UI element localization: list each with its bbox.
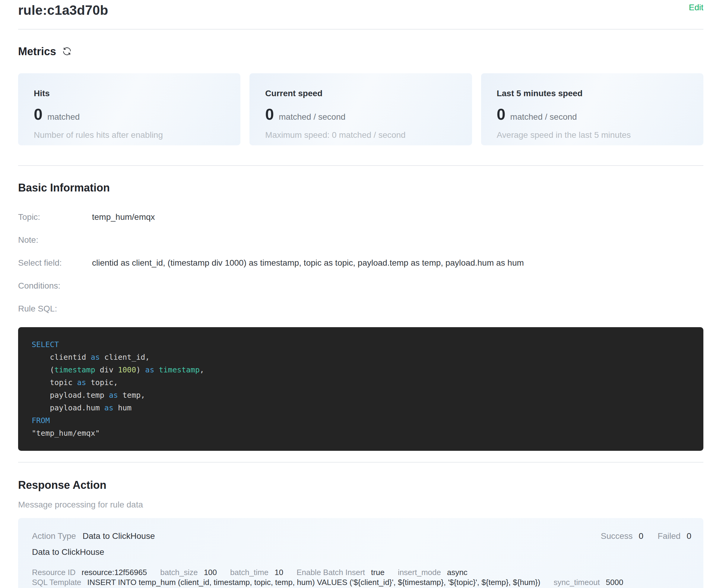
info-row-conditions: Conditions: xyxy=(18,281,703,291)
action-counters: Success 0 Failed 0 xyxy=(601,531,691,541)
action-type-value: Data to ClickHouse xyxy=(82,531,155,541)
attr-label: insert_mode xyxy=(398,567,441,578)
info-label: Conditions: xyxy=(18,281,92,291)
refresh-icon xyxy=(62,46,72,57)
action-card: Action Type Data to ClickHouse Success 0… xyxy=(18,518,703,588)
metric-description: Average speed in the last 5 minutes xyxy=(497,130,688,140)
action-attributes: Resource ID resource:12f56965 batch_size… xyxy=(32,567,691,587)
metric-description: Number of rules hits after enabling xyxy=(34,130,225,140)
metric-unit: matched / second xyxy=(510,112,577,122)
info-row-select-field: Select field: clientid as client_id, (ti… xyxy=(18,258,703,268)
metric-unit: matched / second xyxy=(279,112,345,122)
attr-batch-size: batch_size 100 xyxy=(160,567,217,578)
failed-label: Failed xyxy=(658,531,680,541)
metrics-cards: Hits 0 matched Number of rules hits afte… xyxy=(18,73,703,145)
attr-sync-timeout: sync_timeout 5000 xyxy=(553,578,623,587)
sql-line: FROM xyxy=(32,414,690,427)
info-value xyxy=(92,304,703,314)
info-row-rule-sql: Rule SQL: xyxy=(18,304,703,314)
rule-sql-code: SELECT clientid as client_id, (timestamp… xyxy=(32,338,690,440)
metrics-heading-row: Metrics xyxy=(18,45,703,59)
attr-value: INSERT INTO temp_hum (client_id, timesta… xyxy=(87,578,540,587)
metric-value: 0 xyxy=(497,106,506,122)
attr-value: true xyxy=(371,567,384,578)
attr-label: batch_time xyxy=(230,567,268,578)
sql-line: SELECT xyxy=(32,338,690,351)
metric-card-last-5-minutes-speed: Last 5 minutes speed 0 matched / second … xyxy=(481,73,703,145)
info-label: Topic: xyxy=(18,212,92,222)
attr-enable-batch-insert: Enable Batch Insert true xyxy=(297,567,384,578)
info-label: Note: xyxy=(18,235,92,245)
edit-link[interactable]: Edit xyxy=(689,2,703,13)
attr-resource-id: Resource ID resource:12f56965 xyxy=(32,567,147,578)
sql-line: payload.temp as temp, xyxy=(32,389,690,402)
sql-line: payload.hum as hum xyxy=(32,402,690,414)
info-label: Rule SQL: xyxy=(18,304,92,314)
metric-card-hits: Hits 0 matched Number of rules hits afte… xyxy=(18,73,240,145)
action-type-label: Action Type xyxy=(32,531,76,541)
sql-line: "temp_hum/emqx" xyxy=(32,427,690,440)
divider xyxy=(18,165,703,166)
metric-value: 0 xyxy=(265,106,274,122)
sql-line: clientid as client_id, xyxy=(32,351,690,364)
metric-card-current-speed: Current speed 0 matched / second Maximum… xyxy=(249,73,472,145)
metric-title: Last 5 minutes speed xyxy=(497,88,688,99)
info-label: Select field: xyxy=(18,258,92,268)
info-row-note: Note: xyxy=(18,235,703,245)
attr-insert-mode: insert_mode async xyxy=(398,567,468,578)
metric-description: Maximum speed: 0 matched / second xyxy=(265,130,456,140)
attr-value: 100 xyxy=(204,567,217,578)
attr-value: resource:12f56965 xyxy=(82,567,147,578)
info-row-topic: Topic: temp_hum/emqx xyxy=(18,212,703,222)
failed-value: 0 xyxy=(686,531,691,541)
attr-label: Resource ID xyxy=(32,567,76,578)
divider xyxy=(18,29,703,30)
attr-value: async xyxy=(447,567,468,578)
sql-line: (timestamp div 1000) as timestamp, xyxy=(32,364,690,376)
attr-label: Enable Batch Insert xyxy=(297,567,365,578)
info-value xyxy=(92,281,703,291)
metric-unit: matched xyxy=(47,112,80,122)
action-name: Data to ClickHouse xyxy=(32,547,691,557)
metric-value: 0 xyxy=(34,106,42,122)
success-label: Success xyxy=(601,531,633,541)
metric-title: Current speed xyxy=(265,88,456,99)
refresh-metrics-button[interactable] xyxy=(62,46,72,57)
basic-information-rows: Topic: temp_hum/emqx Note: Select field:… xyxy=(18,212,703,314)
response-action-subtext: Message processing for rule data xyxy=(18,499,703,510)
success-value: 0 xyxy=(639,531,644,541)
metric-title: Hits xyxy=(34,88,225,99)
attr-sql-template: SQL Template INSERT INTO temp_hum (clien… xyxy=(32,578,540,587)
attr-batch-time: batch_time 10 xyxy=(230,567,283,578)
attr-label: batch_size xyxy=(160,567,198,578)
attr-label: SQL Template xyxy=(32,578,81,587)
divider xyxy=(18,462,703,462)
page-title: rule:c1a3d70b xyxy=(18,2,108,19)
info-value xyxy=(92,235,703,245)
basic-information-heading: Basic Information xyxy=(18,181,703,195)
info-value: temp_hum/emqx xyxy=(92,212,703,222)
info-value: clientid as client_id, (timestamp div 10… xyxy=(92,258,703,268)
attr-label: sync_timeout xyxy=(553,578,600,587)
attr-value: 10 xyxy=(274,567,283,578)
sql-line: topic as topic, xyxy=(32,376,690,389)
attr-value: 5000 xyxy=(606,578,624,587)
action-type: Action Type Data to ClickHouse xyxy=(32,531,155,541)
metrics-heading: Metrics xyxy=(18,45,56,59)
page-header: rule:c1a3d70b Edit xyxy=(18,0,703,19)
response-action-heading: Response Action xyxy=(18,478,703,492)
rule-sql-code-block: SELECT clientid as client_id, (timestamp… xyxy=(18,327,703,451)
